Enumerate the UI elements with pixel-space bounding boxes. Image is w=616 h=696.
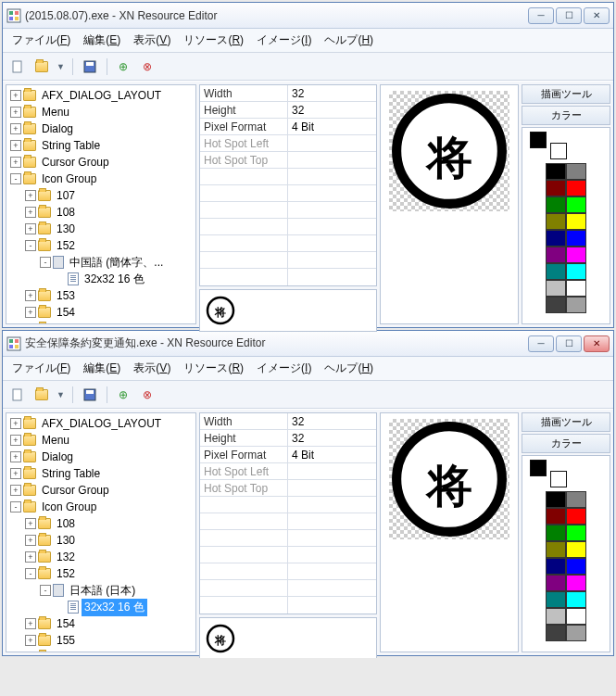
fg-bg-swatch[interactable] — [530, 132, 567, 159]
tree-expander[interactable]: + — [10, 418, 21, 429]
tree-expander[interactable]: + — [25, 535, 36, 546]
palette-swatch[interactable] — [546, 541, 566, 558]
menu-E[interactable]: 編集(E) — [83, 361, 120, 376]
palette-swatch[interactable] — [546, 180, 566, 196]
tree-node[interactable]: +Cursor Group — [6, 482, 195, 499]
tree-label[interactable]: Dialog — [39, 121, 76, 136]
tree-label[interactable]: 155 — [54, 633, 78, 648]
menu-R[interactable]: リソース(R) — [183, 32, 244, 48]
palette-swatch[interactable] — [566, 491, 586, 508]
menu-F[interactable]: ファイル(F) — [12, 32, 70, 48]
palette-swatch[interactable] — [546, 491, 566, 508]
maximize-button[interactable]: ☐ — [556, 335, 582, 352]
tree-expander[interactable]: + — [25, 307, 36, 318]
palette-swatch[interactable] — [566, 575, 586, 591]
palette-swatch[interactable] — [566, 608, 586, 625]
tree-label[interactable]: Dialog — [39, 449, 76, 464]
palette-swatch[interactable] — [566, 591, 586, 608]
tree-expander[interactable]: + — [10, 123, 21, 134]
add-resource-button[interactable]: ⊕ — [115, 57, 133, 76]
palette-swatch[interactable] — [546, 163, 566, 180]
tree-node[interactable]: +Menu — [6, 104, 195, 120]
open-file-button[interactable] — [32, 386, 51, 404]
tree-node[interactable]: +AFX_DIALOG_LAYOUT — [6, 415, 195, 432]
tree-label[interactable]: Cursor Group — [39, 483, 112, 498]
palette-swatch[interactable] — [566, 213, 586, 230]
open-file-button[interactable] — [32, 57, 51, 76]
palette-swatch[interactable] — [566, 525, 586, 541]
tree-label[interactable]: AFX_DIALOG_LAYOUT — [39, 416, 164, 431]
tree-node[interactable]: +154 — [6, 615, 195, 632]
palette-swatch[interactable] — [546, 608, 566, 625]
tree-node[interactable]: +Dialog — [6, 449, 195, 465]
dropdown-arrow-icon[interactable]: ▼ — [57, 62, 65, 71]
tree-expander[interactable]: + — [10, 451, 21, 462]
tree-expander[interactable]: + — [10, 435, 21, 446]
close-button[interactable]: ✕ — [584, 7, 610, 24]
tree-label[interactable]: 132 — [54, 550, 78, 564]
tree-label[interactable]: 154 — [54, 616, 78, 631]
palette-swatch[interactable] — [566, 230, 586, 247]
tree-label[interactable]: AFX_DIALOG_LAYOUT — [39, 88, 164, 103]
tree-node[interactable]: +Menu — [6, 432, 195, 449]
menu-H[interactable]: ヘルプ(H) — [324, 32, 373, 48]
tree-label[interactable]: 108 — [54, 516, 78, 531]
fg-bg-swatch[interactable] — [530, 460, 567, 487]
palette-swatch[interactable] — [546, 213, 566, 230]
tree-label[interactable]: 32x32 16 色 — [82, 599, 147, 616]
tree-node[interactable]: +Cursor Group — [6, 154, 195, 171]
tree-node[interactable]: -Icon Group — [6, 171, 195, 187]
remove-resource-button[interactable]: ⊗ — [139, 57, 157, 76]
tree-expander[interactable]: + — [25, 618, 36, 629]
palette-swatch[interactable] — [546, 247, 566, 263]
menu-V[interactable]: 表示(V) — [133, 361, 170, 376]
menu-I[interactable]: イメージ(I) — [257, 32, 311, 48]
palette-swatch[interactable] — [566, 541, 586, 558]
tree-expander[interactable]: + — [10, 90, 21, 101]
close-button[interactable]: ✕ — [584, 335, 610, 352]
new-file-button[interactable] — [8, 386, 27, 404]
palette-swatch[interactable] — [566, 180, 586, 196]
tree-node[interactable]: +Dialog — [6, 120, 195, 137]
menu-F[interactable]: ファイル(F) — [12, 361, 70, 376]
tree-expander[interactable]: + — [10, 157, 21, 168]
tree-label[interactable]: 152 — [54, 238, 78, 253]
tree-expander[interactable]: - — [40, 257, 51, 268]
tree-expander[interactable]: + — [10, 485, 21, 496]
tree-node[interactable]: +107 — [6, 187, 195, 204]
tree-label[interactable]: 32x32 16 色 — [82, 271, 147, 288]
palette-swatch[interactable] — [566, 263, 586, 280]
remove-resource-button[interactable]: ⊗ — [139, 386, 157, 404]
tree-node[interactable]: +130 — [6, 532, 195, 549]
dropdown-arrow-icon[interactable]: ▼ — [57, 390, 65, 399]
icon-editor[interactable]: 将 — [380, 412, 519, 652]
tree-node[interactable]: +132 — [6, 549, 195, 565]
tree-label[interactable]: 154 — [54, 305, 78, 320]
palette-swatch[interactable] — [566, 558, 586, 575]
tree-node[interactable]: +155 — [6, 321, 195, 324]
tree-node[interactable]: +AFX_DIALOG_LAYOUT — [6, 87, 195, 104]
menu-E[interactable]: 編集(E) — [83, 32, 120, 48]
tree-expander[interactable]: + — [25, 223, 36, 234]
tree-node[interactable]: 32x32 16 色 — [6, 271, 195, 287]
tree-expander[interactable]: + — [25, 323, 36, 324]
tree-node[interactable]: +108 — [6, 515, 195, 532]
tree-node[interactable]: +156 — [6, 649, 195, 652]
tree-expander[interactable]: + — [25, 207, 36, 218]
palette-swatch[interactable] — [546, 280, 566, 297]
tree-expander[interactable]: - — [25, 568, 36, 579]
palette-swatch[interactable] — [566, 297, 586, 313]
tree-expander[interactable]: + — [25, 290, 36, 301]
palette-swatch[interactable] — [566, 196, 586, 213]
tree-expander[interactable]: + — [25, 652, 36, 652]
tree-expander[interactable]: + — [25, 518, 36, 529]
save-button[interactable] — [81, 386, 99, 404]
icon-editor[interactable]: 将 — [380, 84, 519, 324]
tree-label[interactable]: 130 — [54, 533, 78, 548]
tree-node[interactable]: +String Table — [6, 137, 195, 154]
tree-label[interactable]: String Table — [39, 138, 103, 153]
tree-node[interactable]: -152 — [6, 237, 195, 254]
palette-swatch[interactable] — [546, 263, 566, 280]
palette-swatch[interactable] — [566, 247, 586, 263]
menu-V[interactable]: 表示(V) — [133, 32, 170, 48]
